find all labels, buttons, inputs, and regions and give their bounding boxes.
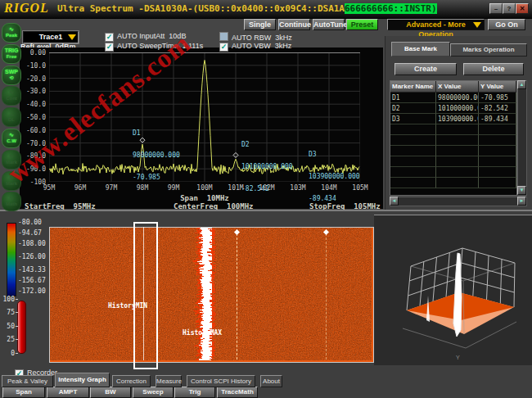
toolbar-button-single[interactable]: Single [244,19,276,30]
sidebar-item-dl-4[interactable]: ⊥DL [2,107,21,127]
go-on-button[interactable]: Go On [488,19,525,30]
tab-base-mark[interactable]: Base Mark [391,42,450,57]
selection-center-line [143,227,144,360]
toolbar-button-preset[interactable]: Preset [346,19,378,30]
intensity-slider[interactable] [17,301,26,354]
advanced-operation-select[interactable]: Advanced - More Operation [387,19,485,30]
minimize-button[interactable]: – [489,3,503,14]
sidebar-item-free-1[interactable]: TRIGFree [2,44,21,64]
scroll-up-icon[interactable]: ▲ [517,80,526,89]
table-row[interactable]: D198000000.000-70.985 [390,93,516,103]
sidebar-item-cont-3[interactable]: ∿Cont [2,86,21,106]
marker-table[interactable]: Marker NameX ValueY ValueD198000000.000-… [390,80,517,196]
table-cell [479,156,516,167]
intensity-color-scale [7,223,16,296]
auto-checkbox-3[interactable]: ✓AUTO VBW 3kHz [219,42,291,50]
delete-button[interactable]: Delete [463,63,524,75]
sidebar-item-math-8[interactable]: ∿Math [2,192,21,211]
table-row[interactable] [390,124,516,135]
table-header-cell[interactable]: Marker Name [390,81,436,93]
x-axis-tick: 97M [99,184,124,192]
x-axis-tick: 105M [348,184,372,192]
table-row[interactable] [390,156,516,167]
bottom-button-tracemath[interactable]: TraceMath [217,387,258,398]
bottom-tab-peak-valley[interactable]: Peak & Valley [2,375,53,387]
sidebar-item-mark-7[interactable]: ∿Mark [2,171,21,191]
span-label: Span 10MHz [168,194,241,202]
horizontal-scrollbar[interactable] [390,197,527,206]
sidebar-item-label: Cont [2,96,20,102]
table-cell [436,135,479,146]
table-cell [436,156,479,167]
table-row[interactable] [390,178,516,188]
checkbox-icon: ✓ [105,43,114,52]
trace-select[interactable]: Trace1 [23,31,79,43]
toolbar-button-continue[interactable]: Continue [278,19,310,30]
bottom-button-span[interactable]: Span [2,387,45,398]
table-header-cell[interactable]: Y Value [479,81,516,93]
table-cell: D2 [390,103,436,114]
checkbox-label: AUTO InputAtt 10dB [117,32,186,40]
table-row[interactable]: D3103900000.000-89.434 [390,114,516,124]
help-button[interactable]: ? [503,3,516,14]
table-cell: D3 [390,114,436,124]
selection-rectangle[interactable] [133,222,158,369]
waterfall-3d-panel: Y [374,215,532,365]
scale-label: -126.00 [18,253,46,260]
bottom-tab-control-scpi-history[interactable]: Control SCPI History [187,375,255,387]
sidebar-item-label: ⟲ [2,75,20,81]
x-axis-tick: 101M [223,184,248,192]
scroll-left-icon[interactable]: ◄ [390,197,399,206]
window-title: Ultra Spectrum -DSA1030A-(USB0::0x0400::… [57,3,437,14]
table-header-cell[interactable]: X Value [436,81,479,93]
table-cell: 103900000.000 [436,114,479,124]
ultra-spectrum-window: RIGOL Ultra Spectrum -DSA1030A-(USB0::0x… [0,0,532,398]
bottom-tab-measure[interactable]: Measure [156,375,182,387]
x-axis-tick: 98M [130,184,155,192]
checkbox-label: AUTO RBW 3kHz [232,34,292,42]
table-row[interactable] [390,146,516,156]
title-bar: RIGOL Ultra Spectrum -DSA1030A-(USB0::0x… [0,0,532,19]
history-marker-line [237,229,237,360]
window-title-highlight: 666666666::INSTR) [345,3,437,14]
auto-checkbox-1[interactable]: ✓AUTO SweepTime 1.111s [105,42,203,50]
sidebar-item-⟲-2[interactable]: SWP⟲ [2,66,21,85]
bottom-button-trig[interactable]: Trig [174,387,215,398]
scroll-down-icon[interactable]: ▼ [517,186,526,195]
create-button[interactable]: Create [394,63,457,75]
sidebar-item-label: Mark [2,160,20,165]
sidebar-item-glyph: ∿ [2,131,20,138]
slider-tick-label: 50 [2,323,15,330]
table-cell [479,124,516,135]
scroll-right-icon[interactable]: ► [517,197,526,206]
slider-tick [16,353,18,354]
history-max-label: HistoryMAX [183,329,222,337]
sidebar-item-peak-0[interactable]: ∿Peak [2,23,21,43]
auto-checkbox-0[interactable]: ✓AUTO InputAtt 10dB [105,32,186,40]
table-row[interactable] [390,167,516,178]
table-cell [436,167,479,178]
toolbar-button-autotune[interactable]: AutoTune [313,19,345,30]
sidebar-item-c.w-5[interactable]: ∿C.W [2,129,21,148]
bottom-tab-correction[interactable]: Correction [112,375,151,387]
x-axis-tick: 103M [286,184,310,192]
intensity-graph[interactable]: HistoryMIN HistoryMAX [49,227,374,363]
marker-freq: 101000000.000 [241,163,293,170]
bottom-tab-intensity-graph[interactable]: Intensity Graph [55,373,110,387]
close-button[interactable]: ✕ [516,3,529,14]
bottom-tab-about[interactable]: About [260,375,282,387]
bottom-button-sweep[interactable]: Sweep [133,387,174,398]
sidebar-item-mark-6[interactable]: ∿Mark [2,150,21,170]
table-cell [390,124,436,135]
recorder-checkbox[interactable]: ✓Recorder [7,360,57,369]
vertical-scrollbar[interactable] [517,80,527,196]
auto-checkbox-2[interactable]: AUTO RBW 3kHz [219,32,292,40]
table-cell: -89.434 [479,114,516,124]
table-row[interactable] [390,135,516,146]
tab-marks-operation[interactable]: Marks Operation [450,43,527,57]
y-axis-tick: -60.0 [21,127,46,134]
table-row[interactable]: D2101000000.000-82.542 [390,103,516,114]
bottom-button-ampt[interactable]: AMPT [47,387,89,398]
bottom-button-bw[interactable]: BW [90,387,131,398]
window-title-text: Ultra Spectrum -DSA1030A-(USB0::0x0400::… [57,3,345,14]
